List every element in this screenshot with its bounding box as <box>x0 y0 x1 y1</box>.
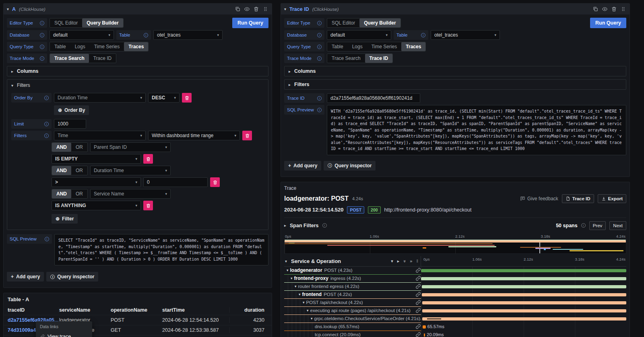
drag-handle-icon[interactable] <box>262 6 268 12</box>
tab-time-series[interactable]: Time Series <box>90 42 124 51</box>
table-select[interactable]: otel_traces▾ <box>153 30 223 40</box>
info-icon[interactable]: i <box>44 134 49 138</box>
query-inspector-button[interactable]: iQuery inspector <box>324 161 376 171</box>
span-row[interactable]: ▾POST /api/checkout (4.22s) <box>284 299 626 307</box>
order-by-direction-select[interactable]: DESC▾ <box>148 93 180 103</box>
add-query-button[interactable]: +Add query <box>7 272 44 282</box>
info-icon[interactable]: i <box>40 33 44 37</box>
collapse-one-icon[interactable]: ▾ <box>391 259 393 263</box>
column-header[interactable]: startTime <box>162 307 230 313</box>
chevron-down-icon[interactable]: ▾ <box>285 259 287 263</box>
span-row[interactable]: dns.lookup (65.57ms)65.57ms <box>284 323 626 331</box>
span-gantt-cell[interactable] <box>421 315 626 323</box>
info-icon[interactable]: i <box>40 21 44 25</box>
remove-order-by-button[interactable] <box>182 93 192 103</box>
expand-chevron-icon[interactable]: ▾ <box>303 300 305 304</box>
table-select[interactable]: otel_traces▾ <box>431 30 500 40</box>
tab-logs[interactable]: Logs <box>70 42 90 51</box>
info-icon[interactable]: i <box>45 237 49 241</box>
span-row[interactable]: ▾grpc.oteldemo.CheckoutService/PlaceOrde… <box>284 315 626 323</box>
info-icon[interactable]: i <box>40 56 44 61</box>
span-name-cell[interactable]: ▾loadgeneratorPOST (4.23s) <box>284 267 421 275</box>
tab-traces[interactable]: Traces <box>124 42 148 51</box>
columns-section-toggle[interactable]: ▸ Columns <box>7 66 268 76</box>
chevron-right-icon[interactable]: ▸ <box>284 223 286 228</box>
span-bar[interactable] <box>423 325 426 329</box>
filters-section-toggle[interactable]: ▸ Filters <box>284 79 626 90</box>
span-row[interactable]: ▾frontendPOST (4.22s) <box>284 291 626 299</box>
span-bar[interactable] <box>422 309 626 312</box>
filter-field-select[interactable]: Time▾ <box>54 131 146 140</box>
filter-operator-select[interactable]: IS EMPTY▾ <box>52 154 141 164</box>
filter-field-select[interactable]: Duration Time▾ <box>90 166 171 175</box>
span-name-cell[interactable]: ▾grpc.oteldemo.CheckoutService/PlaceOrde… <box>284 315 421 323</box>
info-icon[interactable]: i <box>44 122 49 126</box>
collapse-panel-icon[interactable]: ▾ <box>7 7 9 11</box>
add-order-by-button[interactable]: ⊕Order By <box>54 105 89 115</box>
drag-handle-icon[interactable] <box>620 6 626 12</box>
expand-chevron-icon[interactable]: ▾ <box>311 316 313 321</box>
filter-value-input[interactable]: 0 <box>143 177 208 187</box>
filter-value-select[interactable]: Within dashboard time range▾ <box>148 131 240 140</box>
expand-one-icon[interactable]: ▸ <box>397 259 400 263</box>
info-icon[interactable]: i <box>581 223 586 228</box>
span-name-cell[interactable]: dns.lookup (65.57ms) <box>284 323 421 331</box>
span-gantt-cell[interactable] <box>421 307 626 315</box>
span-link-icon[interactable] <box>415 324 421 329</box>
hide-query-icon[interactable] <box>244 6 250 12</box>
tab-sql-editor[interactable]: SQL Editor <box>50 18 82 27</box>
span-gantt-cell[interactable] <box>421 299 626 307</box>
order-by-field-select[interactable]: Duration Time▾ <box>54 93 146 103</box>
span-link-icon[interactable] <box>415 308 421 313</box>
span-name-cell[interactable]: ▾frontend-proxyingress (4.22s) <box>284 275 421 283</box>
filter-field-select[interactable]: Service Name▾ <box>90 189 171 199</box>
give-feedback-link[interactable]: Give feedback <box>520 196 558 201</box>
filters-section-toggle[interactable]: ▾ Filters <box>11 82 264 88</box>
span-gantt-cell[interactable] <box>421 283 626 291</box>
remove-filter-button[interactable] <box>242 131 252 140</box>
span-row[interactable]: tcp.connect (20.09ms)20.09ms <box>284 331 626 337</box>
remove-filter-button[interactable] <box>143 201 153 210</box>
span-row[interactable]: ▾router frontend egress (4.22s) <box>284 283 626 291</box>
run-query-button[interactable]: Run Query <box>232 18 268 28</box>
limit-input[interactable]: 1000 <box>54 119 86 129</box>
info-icon[interactable]: i <box>317 56 322 61</box>
span-row[interactable]: ▾executing api route (pages) /api/checko… <box>284 307 626 315</box>
info-icon[interactable]: i <box>144 33 148 37</box>
tab-trace-id[interactable]: Trace ID <box>365 54 393 63</box>
collapse-all-icon[interactable]: » <box>402 260 407 262</box>
next-span-button[interactable]: Next <box>609 221 626 230</box>
span-link-icon[interactable] <box>415 275 421 281</box>
span-name-cell[interactable]: tcp.connect (20.09ms) <box>284 331 421 337</box>
span-name-cell[interactable]: ▾router frontend egress (4.22s) <box>284 283 421 291</box>
info-icon[interactable]: i <box>421 33 425 37</box>
query-inspector-button[interactable]: iQuery inspector <box>46 272 98 282</box>
expand-chevron-icon[interactable]: ▾ <box>299 292 301 296</box>
tab-table[interactable]: Table <box>327 42 348 51</box>
column-header[interactable]: duration <box>230 307 268 313</box>
and-option[interactable]: AND <box>52 143 71 152</box>
info-icon[interactable]: i <box>44 96 49 100</box>
or-option[interactable]: OR <box>71 189 87 198</box>
span-gantt-cell[interactable]: 20.09ms <box>421 331 626 337</box>
span-link-icon[interactable] <box>415 300 421 305</box>
and-option[interactable]: AND <box>52 166 71 175</box>
add-query-button[interactable]: +Add query <box>284 161 321 171</box>
span-link-icon[interactable] <box>415 292 421 297</box>
filter-operator-select[interactable]: IS ANYTHING▾ <box>52 201 141 210</box>
span-name-cell[interactable]: ▾frontendPOST (4.22s) <box>284 291 421 299</box>
prev-span-button[interactable]: Prev <box>589 221 606 230</box>
tab-trace-search[interactable]: Trace Search <box>327 54 365 63</box>
column-header[interactable]: operationName <box>111 307 162 313</box>
tab-time-series[interactable]: Time Series <box>367 42 402 51</box>
tab-query-builder[interactable]: Query Builder <box>359 18 400 27</box>
columns-section-toggle[interactable]: ▸ Columns <box>284 66 626 76</box>
span-link-icon[interactable] <box>415 284 421 289</box>
delete-query-icon[interactable] <box>611 6 617 12</box>
info-icon[interactable]: i <box>317 21 322 25</box>
hide-query-icon[interactable] <box>602 6 608 12</box>
tab-query-builder[interactable]: Query Builder <box>82 18 123 27</box>
tab-logs[interactable]: Logs <box>348 42 367 51</box>
info-icon[interactable]: i <box>322 223 327 228</box>
remove-filter-button[interactable] <box>143 154 153 164</box>
